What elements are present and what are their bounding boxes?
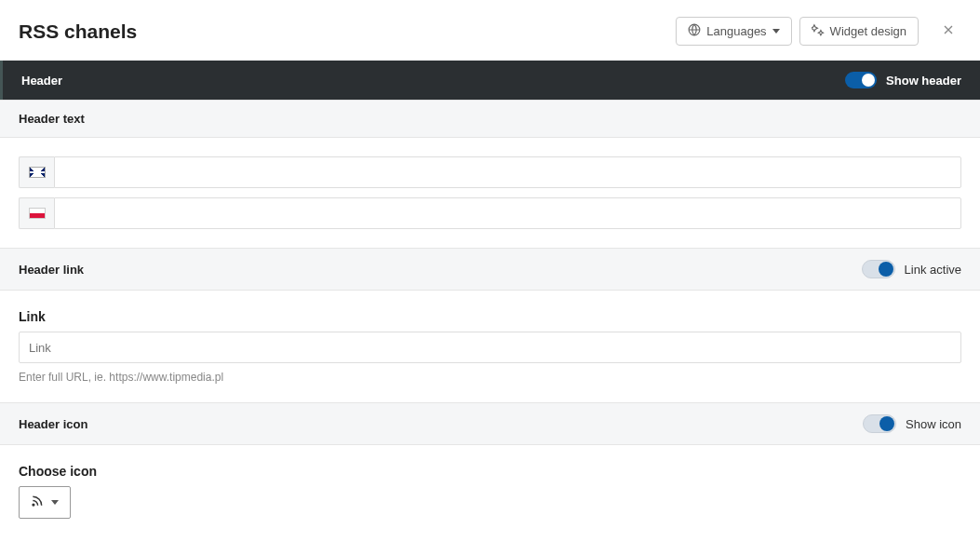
header-link-label: Header link — [19, 263, 84, 277]
flag-pl-icon — [19, 197, 54, 229]
close-button[interactable] — [935, 19, 961, 45]
header-text-en-row — [19, 156, 961, 188]
header-icon-body: Choose icon — [0, 445, 980, 537]
top-actions: Languages Widget design — [676, 17, 961, 46]
header-section-label: Header — [21, 74, 62, 88]
header-icon-label: Header icon — [19, 417, 87, 431]
globe-icon — [688, 23, 701, 39]
link-hint: Enter full URL, ie. https://www.tipmedia… — [19, 371, 961, 384]
magic-icon — [812, 23, 825, 39]
show-header-toggle[interactable] — [845, 72, 877, 88]
header-icon-section: Header icon Show icon — [0, 402, 980, 445]
link-input[interactable] — [19, 332, 961, 363]
link-active-toggle[interactable] — [862, 260, 895, 278]
flag-en-icon — [19, 156, 54, 188]
link-field-label: Link — [19, 309, 961, 324]
close-icon — [941, 20, 956, 42]
svg-point-1 — [33, 504, 34, 506]
show-header-toggle-wrap: Show header — [845, 72, 961, 88]
header-text-body — [0, 138, 980, 248]
show-icon-wrap: Show icon — [863, 414, 961, 433]
link-active-wrap: Link active — [862, 260, 961, 278]
header-link-body: Link Enter full URL, ie. https://www.tip… — [0, 291, 980, 402]
languages-button[interactable]: Languages — [676, 17, 791, 46]
header-text-section: Header text — [0, 100, 980, 138]
header-text-en-input[interactable] — [54, 156, 961, 188]
widget-design-button[interactable]: Widget design — [799, 17, 919, 46]
header-section-bar: Header Show header — [0, 61, 980, 100]
chevron-down-icon — [51, 500, 59, 505]
widget-design-label: Widget design — [830, 24, 906, 38]
header-link-section: Header link Link active — [0, 248, 980, 291]
show-header-label: Show header — [886, 74, 961, 88]
main-scroll[interactable]: RSS chanels Languages Widget design — [0, 0, 980, 542]
header-text-pl-input[interactable] — [54, 197, 961, 229]
link-active-label: Link active — [905, 263, 961, 277]
languages-label: Languages — [706, 24, 766, 38]
chevron-down-icon — [772, 29, 780, 34]
top-bar: RSS chanels Languages Widget design — [0, 0, 980, 61]
header-text-label: Header text — [19, 112, 85, 126]
show-icon-label: Show icon — [906, 417, 961, 431]
show-icon-toggle[interactable] — [863, 414, 896, 433]
header-text-pl-row — [19, 197, 961, 229]
choose-icon-label: Choose icon — [19, 464, 961, 479]
page-title: RSS chanels — [19, 20, 137, 43]
rss-icon — [31, 495, 44, 510]
icon-picker-button[interactable] — [19, 486, 71, 519]
